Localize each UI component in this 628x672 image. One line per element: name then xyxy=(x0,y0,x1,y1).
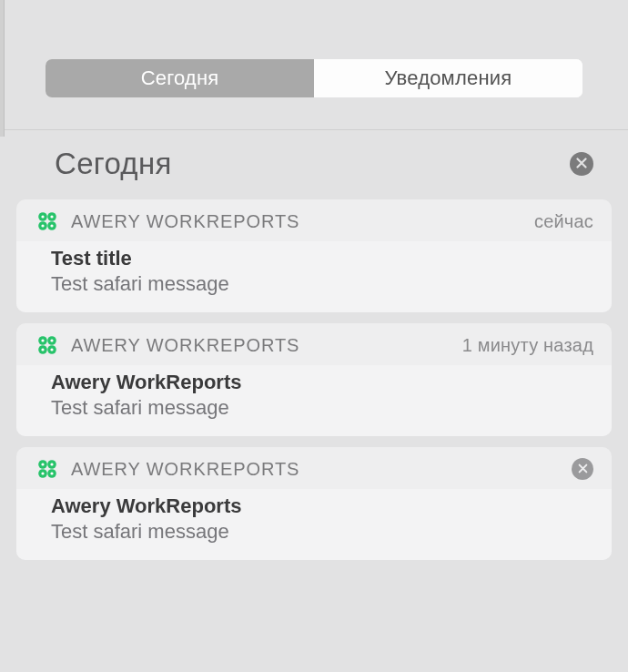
svg-point-23 xyxy=(41,472,44,474)
notification-header: AWERY WORKREPORTS xyxy=(16,447,612,489)
notification-app-name: AWERY WORKREPORTS xyxy=(71,459,552,480)
app-icon xyxy=(36,458,58,480)
tab-today[interactable]: Сегодня xyxy=(46,59,314,97)
app-icon xyxy=(36,334,58,356)
notification-body: Test title Test safari message xyxy=(16,241,612,312)
svg-point-8 xyxy=(50,224,53,227)
section-header: Сегодня xyxy=(0,130,628,199)
notification-title: Test title xyxy=(51,247,592,270)
notification-title: Awery WorkReports xyxy=(51,371,592,394)
tab-notifications[interactable]: Уведомления xyxy=(314,59,582,97)
notification-app-name: AWERY WORKREPORTS xyxy=(71,335,450,356)
notification-title: Awery WorkReports xyxy=(51,494,592,518)
notification-header: AWERY WORKREPORTS сейчас xyxy=(16,199,612,241)
section-title: Сегодня xyxy=(55,147,172,181)
app-icon xyxy=(36,210,58,232)
notification-card[interactable]: AWERY WORKREPORTS 1 минуту назад Awery W… xyxy=(16,323,612,436)
svg-rect-0 xyxy=(36,210,58,232)
notification-message: Test safari message xyxy=(51,520,592,544)
notifications-list: AWERY WORKREPORTS сейчас Test title Test… xyxy=(0,199,628,560)
notification-header: AWERY WORKREPORTS 1 минуту назад xyxy=(16,323,612,365)
svg-point-6 xyxy=(50,215,53,218)
svg-point-24 xyxy=(50,472,53,474)
svg-point-21 xyxy=(41,463,44,465)
svg-point-7 xyxy=(41,224,44,227)
svg-point-15 xyxy=(41,348,44,351)
notification-app-name: AWERY WORKREPORTS xyxy=(71,211,522,232)
section-close-button[interactable] xyxy=(570,152,593,176)
close-icon xyxy=(576,156,587,172)
segmented-control: Сегодня Уведомления xyxy=(46,59,582,97)
notification-close-button[interactable] xyxy=(572,458,593,480)
notification-card[interactable]: AWERY WORKREPORTS сейчас Test title Test… xyxy=(16,199,612,312)
svg-point-13 xyxy=(41,339,44,341)
window-edge xyxy=(0,0,5,137)
close-icon xyxy=(578,461,588,477)
notification-card[interactable]: AWERY WORKREPORTS Awery WorkReports Test… xyxy=(16,447,612,560)
tab-today-label: Сегодня xyxy=(141,66,219,90)
tab-bar-container: Сегодня Уведомления xyxy=(0,0,628,129)
svg-point-16 xyxy=(50,348,53,351)
notification-message: Test safari message xyxy=(51,272,592,296)
notification-timestamp: 1 минуту назад xyxy=(462,335,593,356)
notification-message: Test safari message xyxy=(51,396,592,420)
svg-point-14 xyxy=(50,339,53,341)
svg-point-5 xyxy=(41,215,44,218)
svg-point-22 xyxy=(50,463,53,465)
notification-body: Awery WorkReports Test safari message xyxy=(16,489,612,560)
notification-timestamp: сейчас xyxy=(534,211,593,232)
tab-notifications-label: Уведомления xyxy=(385,66,512,90)
notification-body: Awery WorkReports Test safari message xyxy=(16,365,612,436)
